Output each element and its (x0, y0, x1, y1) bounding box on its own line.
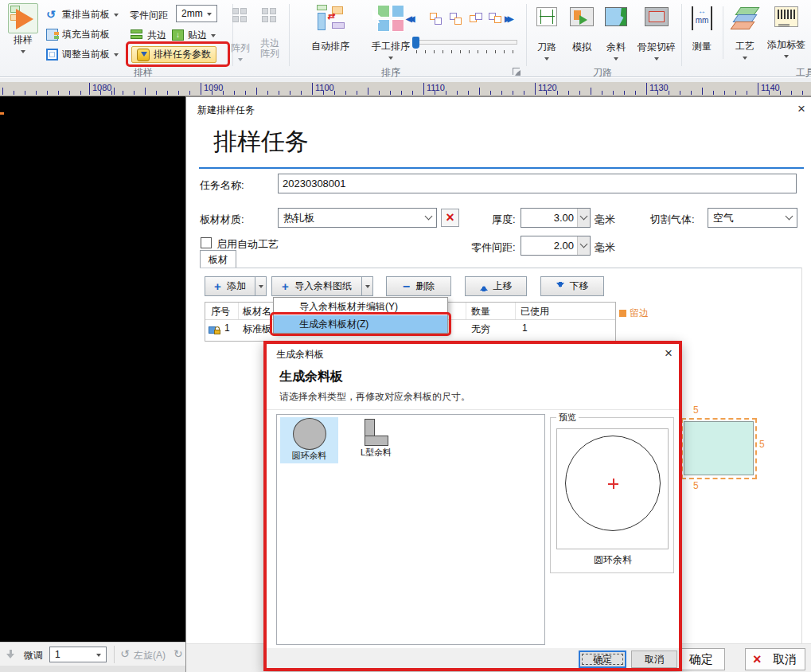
array-icon (232, 8, 248, 24)
dialog-launcher-icon[interactable] (513, 68, 520, 75)
process-button[interactable]: 工艺 (729, 6, 761, 62)
delete-plate-button[interactable]: −删除 (386, 276, 451, 296)
move-down-button[interactable]: 下移 (540, 276, 604, 296)
spacing-unit: 毫米 (595, 240, 615, 255)
sort-step-icon-3[interactable] (470, 13, 484, 25)
ok-button[interactable]: 确定 (579, 651, 626, 668)
part-spacing-value: 2mm (181, 8, 207, 19)
part-spacing-combo[interactable]: 2mm (176, 5, 217, 22)
remnant-type-circle[interactable]: 圆环余料 (280, 417, 338, 463)
annotation-box-task-params (126, 41, 230, 67)
skeleton-crush-icon (645, 7, 669, 26)
chevron-down-icon (425, 213, 433, 221)
fine-tune-combo[interactable]: 1 (49, 647, 107, 662)
cancel-button[interactable]: 取消 (631, 651, 677, 668)
divider (526, 4, 527, 66)
add-tag-button[interactable]: 添加标签 (764, 6, 809, 61)
adjust-current-button[interactable]: 调整当前板 (46, 45, 119, 63)
gas-value: 空气 (713, 211, 786, 225)
ruler-tick-label: 1140 (761, 83, 780, 92)
attach-edge-icon: ↓ (172, 29, 184, 41)
preview-caption: 圆环余料 (551, 553, 675, 567)
rotate-right-icon[interactable]: ↻ (174, 647, 183, 660)
toolpath-button[interactable]: 刀路 (531, 7, 563, 63)
move-down-label: 下移 (570, 279, 589, 293)
tab-content-border (200, 268, 802, 268)
delete-material-button[interactable]: × (441, 209, 459, 227)
array-button[interactable]: 阵列 (226, 8, 255, 64)
cancel-x-icon: × (753, 651, 762, 668)
thickness-unit: 毫米 (595, 213, 615, 227)
add-plate-button[interactable]: +添加 (205, 276, 255, 296)
adjust-label: 调整当前板 (62, 48, 110, 61)
add-plate-dropdown[interactable] (255, 276, 267, 296)
auto-process-checkbox[interactable] (201, 237, 212, 248)
dialog-title: 新建排样任务 (197, 104, 255, 117)
sort-step-icon-2[interactable] (450, 13, 464, 25)
chevron-down-icon (654, 57, 659, 63)
skeleton-crush-button[interactable]: 骨架切碎 (634, 7, 680, 63)
fill-current-button[interactable]: 填充当前板 (46, 25, 110, 43)
move-up-button[interactable]: 上移 (465, 276, 527, 296)
ribbon-toolbar: 排样 ↺ 重排当前板 填充当前板 调整当前板 零件间距 2mm 共边 (0, 0, 811, 77)
measure-unit: mm (696, 16, 709, 25)
skeleton-crush-label: 骨架切碎 (637, 41, 676, 54)
remnant-button[interactable]: 余料 (600, 7, 632, 63)
simulate-button[interactable]: 模拟 (565, 7, 599, 54)
auto-sort-label: 自动排序 (311, 40, 349, 53)
chevron-down-icon (580, 240, 588, 248)
close-icon[interactable]: × (797, 103, 805, 115)
rearrange-label: 重排当前板 (62, 8, 110, 21)
thickness-spinner[interactable]: 3.00 (521, 208, 591, 228)
l-remnant-icon (363, 419, 390, 446)
dialog-heading: 生成余料板 (279, 369, 343, 385)
last-page-icon[interactable]: ▶▶ (505, 14, 510, 23)
measure-button[interactable]: ↔mm 测量 (686, 6, 718, 53)
measure-label: 测量 (692, 40, 712, 53)
manual-sort-button[interactable]: 手工排序 (361, 5, 420, 62)
first-page-icon[interactable]: ◀◀ (406, 14, 411, 23)
import-remnant-dropdown[interactable] (362, 276, 373, 296)
dialog-title: 生成余料板 (276, 348, 324, 361)
close-icon[interactable]: × (665, 347, 673, 360)
part-spacing-label: 零件间距 (130, 6, 168, 24)
auto-sort-button[interactable]: ⇄ 自动排序 (301, 5, 360, 53)
chevron-down-icon (96, 654, 101, 659)
import-remnant-button[interactable]: +导入余料图纸 (271, 276, 362, 296)
common-edge-array-label: 共边阵列 (259, 38, 280, 59)
rotate-left-label: 左旋(A) (134, 649, 166, 662)
sort-step-icon-1[interactable] (430, 13, 444, 25)
arrow-up-icon (480, 282, 488, 291)
adjust-icon (46, 49, 58, 61)
fine-tune-value: 1 (55, 649, 96, 660)
thickness-value: 3.00 (521, 212, 577, 224)
material-value: 热轧板 (283, 211, 426, 225)
gas-combo[interactable]: 空气 (708, 208, 797, 228)
sort-step-icon-4[interactable] (489, 13, 503, 25)
remnant-type-l[interactable]: L型余料 (347, 417, 405, 463)
add-tag-label: 添加标签 (767, 38, 805, 52)
material-combo[interactable]: 热轧板 (278, 208, 437, 228)
sort-slider-ticks (416, 50, 517, 53)
chevron-down-icon (580, 213, 588, 221)
task-name-value: 20230308001 (283, 178, 346, 189)
nest-button-label: 排样 (14, 33, 33, 47)
heading-underline (199, 167, 804, 169)
ok-label: 确定 (689, 652, 713, 667)
cancel-button[interactable]: × 取消 (745, 648, 805, 670)
common-edge-icon (131, 29, 143, 41)
preview-label: 预览 (556, 412, 579, 424)
task-name-input[interactable]: 20230308001 (278, 174, 797, 193)
ruler-tick-label: 1120 (538, 83, 557, 92)
drawing-canvas[interactable] (0, 96, 185, 642)
toolpath-icon (536, 7, 557, 26)
row-qty: 无穷 (471, 322, 490, 336)
rearrange-current-button[interactable]: ↺ 重排当前板 (46, 6, 119, 23)
sort-slider[interactable] (412, 40, 517, 45)
common-edge-array-button[interactable]: 共边阵列 (256, 8, 283, 59)
nest-button[interactable]: 排样 (5, 3, 41, 56)
spacing-spinner[interactable]: 2.00 (521, 236, 591, 256)
sort-slider-thumb[interactable] (412, 37, 419, 49)
tab-plate[interactable]: 板材 (200, 250, 236, 268)
rotate-left-icon[interactable]: ↺ (120, 647, 130, 660)
